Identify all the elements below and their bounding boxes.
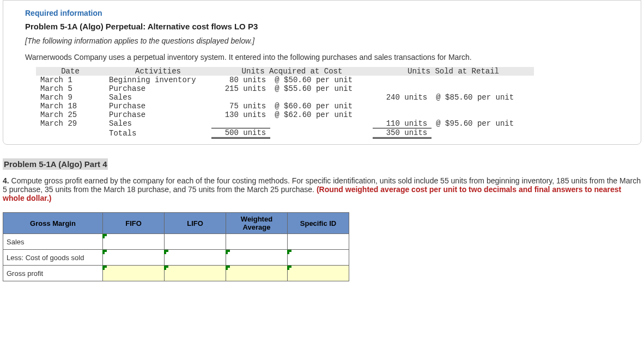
- cell-acq-units: [211, 119, 270, 128]
- input-cogs-lifo[interactable]: [165, 250, 226, 266]
- totals-label: Totals: [105, 128, 211, 138]
- input-cogs-wa[interactable]: [226, 250, 288, 266]
- question-number: 4.: [3, 176, 11, 185]
- cell-date: March 25: [36, 110, 105, 119]
- cell-sold-price: [432, 110, 534, 119]
- transactions-table: Date Activities Units Acquired at Cost U…: [36, 67, 534, 139]
- cell-date: March 1: [36, 76, 105, 84]
- row-label-gross-profit: Gross profit: [3, 266, 103, 281]
- row-label-cogs: Less: Cost of goods sold: [3, 250, 103, 266]
- cell-acq-units: 215 units: [211, 84, 270, 93]
- cell-date: March 5: [36, 84, 105, 93]
- cell-activity: Sales: [105, 119, 211, 128]
- input-sales-fifo[interactable]: [103, 234, 165, 250]
- table-row: March 18 Purchase 75 units @ $60.60 per …: [36, 102, 534, 110]
- totals-row: Totals 500 units 350 units: [36, 128, 534, 138]
- cell-activity: Purchase: [105, 102, 211, 110]
- cell-sold-units: [373, 102, 432, 110]
- cell-sold-units: 240 units: [373, 93, 432, 102]
- totals-acq: 500 units: [211, 128, 270, 138]
- cell-acq-price: [270, 93, 373, 102]
- input-gp-lifo[interactable]: [165, 266, 226, 281]
- col-header-lifo: LIFO: [165, 213, 226, 234]
- table-row: March 5 Purchase 215 units @ $55.60 per …: [36, 84, 534, 93]
- input-sales-lifo[interactable]: [165, 234, 226, 250]
- cell-sold-price: [432, 102, 534, 110]
- corner-mark-icon: [102, 234, 107, 238]
- table-row: March 29 Sales 110 units @ $95.60 per un…: [36, 119, 534, 128]
- cell-acq-units: 130 units: [211, 110, 270, 119]
- row-label-sales: Sales: [3, 234, 103, 250]
- problem-card: Required information Problem 5-1A (Algo)…: [3, 0, 641, 145]
- table-row: March 9 Sales 240 units @ $85.60 per uni…: [36, 93, 534, 102]
- cell-acq-price: @ $60.60 per unit: [270, 102, 373, 110]
- row-gross-profit: Gross profit: [3, 266, 349, 281]
- applies-note: [The following information applies to th…: [25, 36, 619, 45]
- col-header-weighted-average: Weighted Average: [226, 213, 288, 234]
- cell-acq-price: @ $62.60 per unit: [270, 110, 373, 119]
- cell-sold-units: [373, 84, 432, 93]
- input-gp-fifo[interactable]: [103, 266, 165, 281]
- totals-sold: 350 units: [373, 128, 432, 138]
- cell-acq-units: [211, 93, 270, 102]
- corner-mark-icon: [102, 250, 107, 254]
- cell-acq-units: 80 units: [211, 76, 270, 84]
- problem-intro: Warnerwoods Company uses a perpetual inv…: [25, 53, 619, 61]
- cell-sold-price: @ $85.60 per unit: [432, 93, 534, 102]
- cell-sold-units: [373, 76, 432, 84]
- cell-sold-price: [432, 76, 534, 84]
- corner-mark-icon: [287, 266, 291, 270]
- col-header-sold: Units Sold at Retail: [373, 67, 534, 76]
- cell-acq-units: 75 units: [211, 102, 270, 110]
- cell-sold-units: [373, 110, 432, 119]
- corner-mark-icon: [226, 250, 230, 254]
- cell-date: March 9: [36, 93, 105, 102]
- cell-activity: Purchase: [105, 84, 211, 93]
- cell-activity: Sales: [105, 93, 211, 102]
- row-sales: Sales: [3, 234, 349, 250]
- col-header-specific-id: Specific ID: [288, 213, 349, 234]
- col-header-acquired: Units Acquired at Cost: [211, 67, 373, 76]
- input-cogs-fifo[interactable]: [103, 250, 165, 266]
- col-header-gross-margin: Gross Margin: [3, 213, 103, 234]
- part-heading: Problem 5-1A (Algo) Part 4: [3, 158, 108, 170]
- input-sales-wa[interactable]: [226, 234, 288, 250]
- cell-acq-price: @ $55.60 per unit: [270, 84, 373, 93]
- col-header-activities: Activities: [105, 67, 211, 76]
- problem-title: Problem 5-1A (Algo) Perpetual: Alternati…: [25, 22, 619, 31]
- col-header-fifo: FIFO: [103, 213, 165, 234]
- corner-mark-icon: [287, 250, 291, 254]
- input-cogs-sid[interactable]: [288, 250, 349, 266]
- input-sales-sid[interactable]: [288, 234, 349, 250]
- corner-mark-icon: [164, 266, 168, 270]
- table-row: March 25 Purchase 130 units @ $62.60 per…: [36, 110, 534, 119]
- required-info-label: Required information: [25, 9, 619, 17]
- corner-mark-icon: [102, 266, 107, 270]
- cell-acq-price: [270, 119, 373, 128]
- cell-sold-price: @ $95.60 per unit: [432, 119, 534, 128]
- table-row: March 1 Beginning inventory 80 units @ $…: [36, 76, 534, 84]
- answer-table: Gross Margin FIFO LIFO Weighted Average …: [3, 212, 349, 281]
- question-text: 4. Compute gross profit earned by the co…: [0, 176, 644, 202]
- corner-mark-icon: [164, 250, 168, 254]
- cell-sold-units: 110 units: [373, 119, 432, 128]
- col-header-date: Date: [36, 67, 105, 76]
- cell-sold-price: [432, 84, 534, 93]
- input-gp-wa[interactable]: [226, 266, 288, 281]
- cell-acq-price: @ $50.60 per unit: [270, 76, 373, 84]
- input-gp-sid[interactable]: [288, 266, 349, 281]
- cell-date: March 18: [36, 102, 105, 110]
- corner-mark-icon: [226, 266, 230, 270]
- cell-activity: Purchase: [105, 110, 211, 119]
- row-cogs: Less: Cost of goods sold: [3, 250, 349, 266]
- cell-activity: Beginning inventory: [105, 76, 211, 84]
- cell-date: March 29: [36, 119, 105, 128]
